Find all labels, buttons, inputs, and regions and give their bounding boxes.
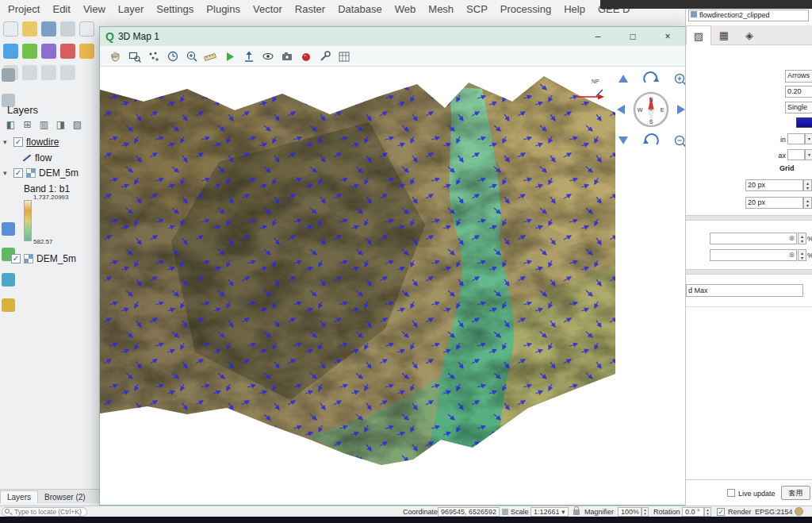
- symbol-type-combobox[interactable]: Arrows: [785, 70, 812, 83]
- shadow-sphere-icon[interactable]: [302, 53, 310, 61]
- max-dropdown[interactable]: ▾: [805, 149, 812, 160]
- delete-icon[interactable]: [60, 44, 75, 59]
- layer-item-dem2[interactable]: ✓ DEM_5m: [11, 252, 76, 265]
- symbol-size-field[interactable]: 0.20: [785, 86, 812, 98]
- clear-icon[interactable]: ⊗: [788, 233, 795, 244]
- grid-y-spinner[interactable]: ▴▾: [803, 197, 812, 209]
- close-button[interactable]: ×: [650, 27, 685, 46]
- export-scene-icon[interactable]: [245, 51, 253, 61]
- animation-frames-icon[interactable]: [339, 52, 349, 61]
- measure-icon[interactable]: [60, 65, 75, 80]
- arrow-color-swatch[interactable]: [796, 117, 812, 128]
- grid-y-field[interactable]: 20 px: [745, 197, 803, 209]
- color-mode-combobox[interactable]: Single: [785, 102, 812, 113]
- menu-raster[interactable]: Raster: [289, 0, 331, 19]
- layer-symbol-flow[interactable]: flow: [22, 152, 52, 164]
- map3d-titlebar[interactable]: Q 3D Map 1 – □ ×: [100, 27, 685, 46]
- menu-layer[interactable]: Layer: [112, 0, 151, 19]
- zoom-in-icon[interactable]: [188, 52, 197, 61]
- magnifier-spinner[interactable]: ▴▾: [642, 507, 649, 517]
- measure-line-icon[interactable]: [205, 53, 216, 60]
- tab-3d-view[interactable]: ◈: [737, 25, 762, 45]
- pan-right-button[interactable]: [677, 105, 685, 114]
- tab-layers[interactable]: Layers: [0, 490, 38, 503]
- pan-map-icon[interactable]: [3, 44, 18, 59]
- layer-checkbox[interactable]: ✓: [13, 137, 23, 147]
- opacity-max-field[interactable]: ⊗: [710, 249, 797, 261]
- layer-item-dem[interactable]: ▾ ✓ DEM_5m: [3, 167, 79, 179]
- coordinate-value[interactable]: 969545, 6526592: [438, 507, 500, 517]
- opacity-min-field[interactable]: ⊗: [710, 233, 797, 244]
- menu-edit[interactable]: Edit: [46, 0, 76, 19]
- menu-mesh[interactable]: Mesh: [422, 0, 460, 19]
- add-raster-icon[interactable]: [2, 273, 15, 286]
- min-dropdown[interactable]: ▾: [805, 133, 812, 144]
- epsg-label[interactable]: EPSG:2154: [755, 508, 793, 516]
- animation-clock-icon[interactable]: [169, 52, 178, 60]
- layer-checkbox[interactable]: ✓: [13, 168, 23, 178]
- zoom-out-nav-button[interactable]: [676, 137, 686, 148]
- remove-layer-icon[interactable]: ▧: [71, 119, 83, 131]
- zoom-full-icon[interactable]: [130, 52, 141, 62]
- menu-scp[interactable]: SCP: [460, 0, 494, 19]
- styling-layer-combobox[interactable]: flowdirection2_clipped: [688, 10, 809, 21]
- menu-database[interactable]: Database: [331, 0, 389, 19]
- edit-icon[interactable]: [41, 44, 56, 59]
- style-manager-icon[interactable]: [79, 21, 94, 37]
- menu-project[interactable]: Project: [2, 0, 46, 19]
- database-icon[interactable]: [79, 44, 94, 59]
- zoom-in-nav-button[interactable]: [676, 75, 686, 86]
- grid-x-field[interactable]: 20 px: [745, 179, 803, 191]
- camera-pan-icon[interactable]: [112, 52, 120, 61]
- magnifier-value[interactable]: 100%: [618, 507, 642, 517]
- tab-browser[interactable]: Browser (2): [38, 491, 92, 503]
- scene-config-wrench-icon[interactable]: [321, 52, 330, 60]
- identify-icon[interactable]: [41, 65, 56, 80]
- layer-checkbox[interactable]: ✓: [11, 254, 21, 263]
- map3d-viewport[interactable]: NP: [100, 67, 685, 505]
- menu-help[interactable]: Help: [557, 0, 592, 19]
- new-project-icon[interactable]: [3, 21, 18, 37]
- menu-vector[interactable]: Vector: [247, 0, 289, 19]
- load-minmax-combobox[interactable]: d Max: [686, 284, 803, 297]
- expander-icon[interactable]: ▾: [3, 169, 10, 177]
- add-wms-icon[interactable]: [2, 222, 15, 236]
- visibility-eye-icon[interactable]: [263, 53, 273, 59]
- camera-capture-icon[interactable]: [282, 52, 292, 60]
- open-project-icon[interactable]: [22, 21, 37, 37]
- tilt-up-button[interactable]: [619, 75, 628, 83]
- menu-processing[interactable]: Processing: [494, 0, 557, 19]
- open-layer-styling-icon[interactable]: ◧: [5, 119, 17, 131]
- minimize-button[interactable]: –: [580, 27, 615, 46]
- add-csv-icon[interactable]: [2, 298, 15, 312]
- render-checkbox[interactable]: ✓: [717, 508, 725, 516]
- scale-lock-icon[interactable]: [573, 510, 580, 515]
- live-update-checkbox[interactable]: [727, 489, 735, 497]
- maximize-button[interactable]: □: [615, 27, 650, 46]
- min-value-field[interactable]: [787, 133, 805, 144]
- tab-attribute-table[interactable]: ▦: [711, 25, 737, 45]
- menu-plugins[interactable]: Plugins: [200, 0, 247, 19]
- apply-button[interactable]: 套用: [781, 486, 810, 500]
- messages-badge-icon[interactable]: [795, 507, 803, 516]
- save-project-icon[interactable]: [41, 21, 56, 37]
- terrain-3d-render[interactable]: [100, 67, 615, 505]
- add-vector-icon[interactable]: [22, 44, 37, 59]
- max-value-field[interactable]: [787, 149, 805, 160]
- menu-view[interactable]: View: [77, 0, 112, 19]
- add-group-icon[interactable]: ⊞: [21, 119, 33, 131]
- print-layout-icon[interactable]: [60, 21, 75, 37]
- pan-left-button[interactable]: [617, 105, 625, 114]
- identify-group-icon[interactable]: [150, 52, 159, 61]
- opacity-max-spinner[interactable]: ▴▾: [798, 249, 806, 261]
- scale-combobox[interactable]: 1:12661 ▾: [530, 507, 569, 517]
- layer-item-flowdirection[interactable]: ▾ ✓ flowdire: [3, 136, 59, 148]
- expander-icon[interactable]: ▾: [3, 138, 10, 146]
- menu-settings[interactable]: Settings: [150, 0, 200, 19]
- tilt-down-button[interactable]: [619, 137, 628, 144]
- deselect-icon[interactable]: [22, 65, 37, 80]
- browser-panel-icon[interactable]: [2, 68, 15, 82]
- grid-x-spinner[interactable]: ▴▾: [803, 179, 812, 191]
- play-animation-icon[interactable]: [227, 52, 234, 61]
- compass[interactable]: N E S W: [634, 93, 668, 126]
